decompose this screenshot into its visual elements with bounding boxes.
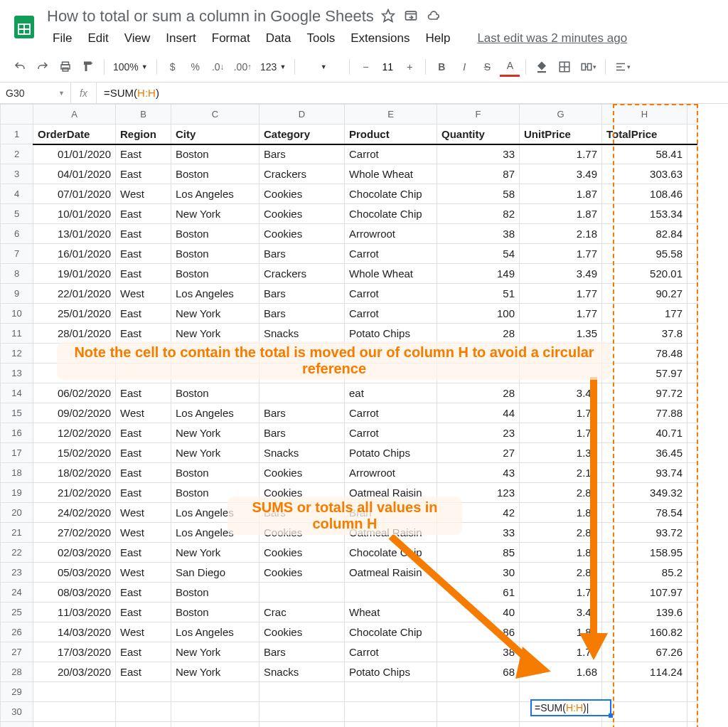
- cell-C18[interactable]: Boston: [171, 463, 259, 483]
- cell-B19[interactable]: East: [116, 483, 171, 503]
- row-header-31[interactable]: 31: [1, 722, 33, 728]
- cell-B9[interactable]: West: [116, 284, 171, 304]
- cell-A3[interactable]: 04/01/2020: [33, 164, 116, 184]
- cell-D1[interactable]: Category: [259, 124, 345, 144]
- cell-F5[interactable]: 82: [437, 204, 520, 224]
- menu-format[interactable]: Format: [206, 30, 256, 47]
- menu-view[interactable]: View: [119, 30, 156, 47]
- bold-button[interactable]: B: [432, 57, 451, 77]
- cell-F15[interactable]: 44: [437, 403, 520, 423]
- cell-A21[interactable]: 27/02/2020: [33, 523, 116, 543]
- cell-C26[interactable]: Los Angeles: [171, 622, 259, 642]
- row-header-27[interactable]: 27: [1, 642, 33, 662]
- cell-C2[interactable]: Boston: [171, 144, 259, 164]
- cell-B11[interactable]: East: [116, 324, 171, 344]
- strikethrough-button[interactable]: S: [477, 57, 497, 77]
- cell-G6[interactable]: 2.18: [520, 224, 602, 244]
- cell-B16[interactable]: East: [116, 423, 171, 443]
- zoom-dropdown[interactable]: 100%▼: [110, 57, 151, 77]
- cell-C7[interactable]: Boston: [171, 244, 259, 264]
- cell-A29[interactable]: [33, 682, 116, 702]
- row-header-15[interactable]: 15: [1, 403, 33, 423]
- cell-A31[interactable]: [33, 722, 116, 728]
- row-header-2[interactable]: 2: [1, 144, 33, 164]
- cell-D2[interactable]: Bars: [259, 144, 345, 164]
- row-header-28[interactable]: 28: [1, 662, 33, 682]
- row-header-23[interactable]: 23: [1, 563, 33, 583]
- dec-decimal-button[interactable]: .0↓: [208, 57, 228, 77]
- sheets-logo[interactable]: [10, 7, 38, 47]
- cell-F1[interactable]: Quantity: [437, 124, 520, 144]
- cell-A5[interactable]: 10/01/2020: [33, 204, 116, 224]
- cell-C10[interactable]: New York: [171, 304, 259, 324]
- row-header-18[interactable]: 18: [1, 463, 33, 483]
- cell-A9[interactable]: 22/01/2020: [33, 284, 116, 304]
- cell-E9[interactable]: Carrot: [345, 284, 437, 304]
- cell-G9[interactable]: 1.77: [520, 284, 602, 304]
- cell-H23[interactable]: 85.2: [602, 563, 687, 583]
- row-header-1[interactable]: 1: [1, 124, 33, 144]
- cell-D23[interactable]: Cookies: [259, 563, 345, 583]
- row-header-9[interactable]: 9: [1, 284, 33, 304]
- cell-D7[interactable]: Bars: [259, 244, 345, 264]
- col-header-A[interactable]: A: [33, 105, 116, 124]
- merge-cells-icon[interactable]: ▾: [577, 57, 599, 77]
- cell-B20[interactable]: West: [116, 503, 171, 523]
- cell-E5[interactable]: Chocolate Chip: [345, 204, 437, 224]
- row-header-21[interactable]: 21: [1, 523, 33, 543]
- cell-C30[interactable]: [171, 702, 259, 722]
- row-header-22[interactable]: 22: [1, 543, 33, 563]
- print-icon[interactable]: [55, 57, 75, 77]
- cell-B2[interactable]: East: [116, 144, 171, 164]
- cell-E2[interactable]: Carrot: [345, 144, 437, 164]
- cell-D31[interactable]: [259, 722, 345, 728]
- cell-C23[interactable]: San Diego: [171, 563, 259, 583]
- cell-E31[interactable]: [345, 722, 437, 728]
- cell-F31[interactable]: [437, 722, 520, 728]
- cell-F9[interactable]: 51: [437, 284, 520, 304]
- cell-D22[interactable]: Cookies: [259, 543, 345, 563]
- cell-B3[interactable]: East: [116, 164, 171, 184]
- row-header-19[interactable]: 19: [1, 483, 33, 503]
- col-header-B[interactable]: B: [116, 105, 171, 124]
- cell-C27[interactable]: New York: [171, 642, 259, 662]
- font-size-input[interactable]: [378, 61, 397, 73]
- percent-button[interactable]: %: [186, 57, 205, 77]
- cell-B23[interactable]: West: [116, 563, 171, 583]
- cell-B14[interactable]: East: [116, 383, 171, 403]
- font-size-inc[interactable]: +: [400, 57, 419, 77]
- cell-H17[interactable]: 36.45: [602, 443, 687, 463]
- cell-H18[interactable]: 93.74: [602, 463, 687, 483]
- cell-B5[interactable]: East: [116, 204, 171, 224]
- cell-E11[interactable]: Potato Chips: [345, 324, 437, 344]
- row-header-16[interactable]: 16: [1, 423, 33, 443]
- cell-E18[interactable]: Arrowroot: [345, 463, 437, 483]
- cell-D25[interactable]: Crac: [259, 603, 345, 622]
- cell-D16[interactable]: Bars: [259, 423, 345, 443]
- cell-D3[interactable]: Crackers: [259, 164, 345, 184]
- cell-H26[interactable]: 160.82: [602, 622, 687, 642]
- formula-input[interactable]: =SUM(H:H): [97, 87, 728, 99]
- cell-D6[interactable]: Cookies: [259, 224, 345, 244]
- cell-H16[interactable]: 40.71: [602, 423, 687, 443]
- cell-C29[interactable]: [171, 682, 259, 702]
- row-header-24[interactable]: 24: [1, 583, 33, 603]
- cell-A22[interactable]: 02/03/2020: [33, 543, 116, 563]
- cell-G31[interactable]: [520, 722, 602, 728]
- cell-H7[interactable]: 95.58: [602, 244, 687, 264]
- doc-title[interactable]: How to total or sum a column in Google S…: [47, 7, 374, 26]
- cell-A4[interactable]: 07/01/2020: [33, 184, 116, 204]
- cell-E16[interactable]: Carrot: [345, 423, 437, 443]
- cell-A14[interactable]: 06/02/2020: [33, 383, 116, 403]
- cell-G11[interactable]: 1.35: [520, 324, 602, 344]
- cell-C14[interactable]: Boston: [171, 383, 259, 403]
- cell-B7[interactable]: East: [116, 244, 171, 264]
- text-color-button[interactable]: A: [500, 57, 520, 77]
- fill-color-icon[interactable]: [532, 57, 552, 77]
- cell-G3[interactable]: 3.49: [520, 164, 602, 184]
- cell-D17[interactable]: Snacks: [259, 443, 345, 463]
- cell-B28[interactable]: East: [116, 662, 171, 682]
- row-header-4[interactable]: 4: [1, 184, 33, 204]
- cell-B6[interactable]: East: [116, 224, 171, 244]
- cell-D30[interactable]: [259, 702, 345, 722]
